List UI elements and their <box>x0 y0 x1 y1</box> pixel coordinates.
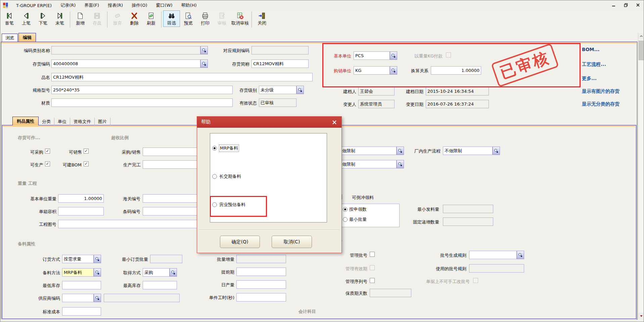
can-purchase-checkbox[interactable] <box>45 149 50 154</box>
toolbar-button-preview[interactable]: 预览 <box>180 10 197 27</box>
code-category-lookup-button[interactable] <box>200 46 208 54</box>
base-unit-field[interactable]: PCS <box>354 51 390 60</box>
issue-by-request-option[interactable]: 按申领数 <box>343 206 367 212</box>
supplier-code-field[interactable] <box>62 294 94 302</box>
scrollbar-thumb[interactable] <box>639 41 644 60</box>
toolbar-button-save[interactable]: 存盘 <box>89 10 105 27</box>
link-bom[interactable]: BOM... <box>582 47 599 52</box>
vertical-scrollbar[interactable] <box>638 33 644 319</box>
min-stock-field[interactable] <box>62 281 101 289</box>
menu-item[interactable]: 记录(R) <box>56 1 80 10</box>
toolbar-button-refresh[interactable]: 刷新 <box>143 10 159 27</box>
trade-unit-lookup-button[interactable] <box>390 66 397 75</box>
issue-min-batch-option[interactable]: 最小批量 <box>343 216 367 223</box>
toolbar-button-first[interactable]: 首笔 <box>1 10 18 27</box>
material-field[interactable] <box>51 98 233 107</box>
toolbar-separator <box>107 11 107 28</box>
can-produce-checkbox[interactable] <box>45 161 50 166</box>
option-mrp-prep[interactable]: MRP备料 <box>212 145 239 152</box>
order-mode-lookup-button[interactable] <box>94 255 101 263</box>
subtab-item-attributes[interactable]: 料品属性 <box>12 117 39 125</box>
toolbar-button-prev[interactable]: 上笔 <box>18 10 35 27</box>
section-header-usable-as: 存货可作... <box>18 135 40 141</box>
toolbar-button-last[interactable]: 末笔 <box>51 10 68 27</box>
unit-weight-field[interactable]: 1.00000 <box>58 194 104 203</box>
manage-serial-checkbox[interactable] <box>370 278 375 283</box>
dialog-titlebar[interactable]: 帮助 <box>197 117 341 128</box>
dialog-close-button[interactable] <box>331 119 338 126</box>
item-name-field[interactable]: CR12MOV精料 <box>51 73 313 81</box>
prep-method-lookup-button[interactable] <box>94 268 101 277</box>
spec-field[interactable]: 250*240*35 <box>51 86 233 94</box>
prep-method-field[interactable]: MRP备料 <box>62 268 94 277</box>
conversion-field[interactable]: 1.00000 <box>431 66 481 75</box>
lead-time-field[interactable] <box>236 268 286 276</box>
level-field[interactable]: 未分级 <box>259 86 296 94</box>
factory-flow-lookup-button[interactable] <box>493 147 500 155</box>
menu-item[interactable]: 窗口(W) <box>152 1 177 10</box>
max-stock-field[interactable] <box>143 281 177 289</box>
accent-line-top <box>1 42 636 43</box>
unit-work-time-field[interactable] <box>236 293 286 301</box>
toolbar-button-print[interactable]: 打印 <box>197 10 214 27</box>
toolbar-button-next[interactable]: 下笔 <box>35 10 51 27</box>
magnifier-icon <box>95 270 100 275</box>
item-code-lookup-button[interactable] <box>200 59 208 68</box>
batch-rule-field[interactable] <box>469 251 517 259</box>
minimize-button[interactable] <box>610 2 617 8</box>
restriction-1-lookup-button[interactable] <box>397 147 404 155</box>
link-show-items-with-pictures[interactable]: 显示有图片的存货 <box>582 88 619 94</box>
toolbar-button-filter[interactable]: 筛选 <box>163 10 180 27</box>
horizontal-scroll-strip[interactable] <box>1 319 637 322</box>
tab-edit[interactable]: 编辑 <box>18 33 36 42</box>
menu-item[interactable]: 界面(F) <box>80 1 103 10</box>
subtab-category[interactable]: 分类 <box>39 118 54 125</box>
option-long-leadtime-prep[interactable]: 长交期备料 <box>212 173 241 179</box>
link-more[interactable]: 更多... <box>582 76 597 82</box>
std-cost-field[interactable] <box>62 307 101 316</box>
batch-rule-lookup-button[interactable] <box>517 251 524 259</box>
item-code-field[interactable]: 400400008 <box>51 59 200 68</box>
dialog-cancel-button[interactable]: 取消(C) <box>272 236 312 248</box>
link-process-flow[interactable]: 工艺流程... <box>582 62 606 68</box>
menu-app-title[interactable]: T-GROUP ERP(E) <box>12 2 56 9</box>
restriction-field-1[interactable]: 不做限制 <box>336 147 397 155</box>
subtab-picture[interactable]: 图片 <box>95 118 110 125</box>
subtab-qualification-files[interactable]: 资格文件 <box>70 118 95 125</box>
base-unit-lookup-button[interactable] <box>390 51 397 60</box>
link-show-unclassified-items[interactable]: 显示无分类的存货 <box>582 101 619 107</box>
option-sales-forecast-prep[interactable]: 营业预估备料 <box>212 202 245 208</box>
can-sell-checkbox[interactable] <box>84 149 89 154</box>
acquire-mode-field[interactable]: 采购 <box>143 268 170 277</box>
restriction-2-lookup-button[interactable] <box>397 160 404 168</box>
subtab-unit[interactable]: 单位 <box>54 118 70 125</box>
toolbar-button-cancel-audit[interactable]: 取消审核 <box>230 10 250 27</box>
close-button[interactable] <box>634 2 642 8</box>
scroll-down-button[interactable] <box>638 313 644 319</box>
restriction-field-2[interactable]: 不做限制 <box>336 160 397 168</box>
supplier-lookup-button[interactable] <box>94 294 101 302</box>
manage-batch-checkbox[interactable] <box>370 252 375 257</box>
acquire-mode-lookup-button[interactable] <box>170 268 177 277</box>
box-volume-field[interactable] <box>58 207 104 215</box>
restore-button[interactable] <box>622 2 630 8</box>
menu-item[interactable]: 操作(O) <box>127 1 151 10</box>
tab-browse[interactable]: 浏览 <box>2 34 18 42</box>
level-lookup-button[interactable] <box>296 86 304 94</box>
factory-flow-field[interactable]: 不做限制 <box>443 147 493 155</box>
scroll-up-button[interactable] <box>638 33 644 40</box>
toolbar-button-discard[interactable]: 放弃 <box>109 10 126 27</box>
daily-output-field[interactable] <box>236 280 286 289</box>
order-mode-field[interactable]: 按需求量 <box>62 255 94 263</box>
toolbar-button-audit[interactable]: 审核 <box>214 10 230 27</box>
menu-item[interactable]: 帮助(H) <box>177 1 201 10</box>
item-abbr-field[interactable]: CR12MOV精料 <box>251 59 309 68</box>
toolbar-button-delete[interactable]: 删除 <box>126 10 143 27</box>
code-category-field[interactable] <box>51 46 200 54</box>
menu-item[interactable]: 报表(R) <box>103 1 127 10</box>
toolbar-button-close[interactable]: 关闭 <box>254 10 270 27</box>
dialog-ok-button[interactable]: 确定(Q) <box>220 236 260 248</box>
trade-unit-field[interactable]: KG <box>354 66 390 75</box>
toolbar-button-new[interactable]: 新增 <box>72 10 89 27</box>
can-build-bom-checkbox[interactable] <box>84 161 89 166</box>
